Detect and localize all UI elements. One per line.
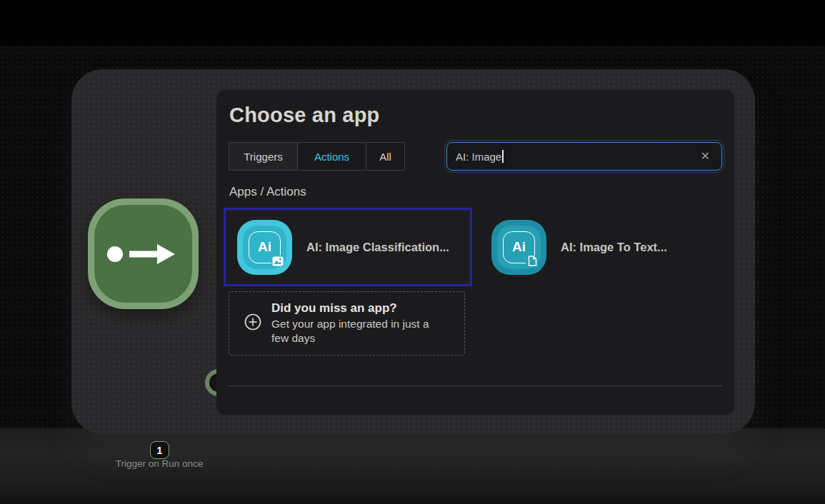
search-input-value: AI: Image xyxy=(456,151,501,163)
choose-app-dialog: Choose an app Triggers Actions All AI: I… xyxy=(216,90,734,415)
missing-app-text: Did you miss an app? Get your app integr… xyxy=(271,301,444,346)
trigger-module-group: 1 Trigger on Run once xyxy=(88,198,199,309)
dialog-title: Choose an app xyxy=(229,104,379,127)
search-input[interactable]: AI: Image ✕ xyxy=(446,142,722,171)
run-once-arrow-icon xyxy=(106,240,181,268)
image-glyph-icon xyxy=(271,256,284,267)
trigger-module-face xyxy=(94,205,192,303)
tab-triggers[interactable]: Triggers xyxy=(229,142,298,171)
trigger-module-node[interactable] xyxy=(88,198,199,309)
app-item-label: AI: Image To Text... xyxy=(561,241,667,254)
dialog-divider xyxy=(229,385,722,386)
missing-app-title: Did you miss an app? xyxy=(271,301,444,316)
search-results: Ai AI: Image Classification... Ai xyxy=(224,208,726,286)
section-label: Apps / Actions xyxy=(229,185,306,199)
ai-image-to-text-icon: Ai xyxy=(491,220,546,275)
top-black-band xyxy=(0,0,825,46)
app-item-ai-image-classification[interactable]: Ai AI: Image Classification... xyxy=(224,208,472,286)
ai-image-classification-icon: Ai xyxy=(237,220,292,275)
tab-all[interactable]: All xyxy=(366,142,405,171)
document-glyph-icon xyxy=(526,256,539,267)
text-cursor xyxy=(502,150,504,163)
plus-circle-icon xyxy=(244,313,261,333)
missing-app-description: Get your app integrated in just a few da… xyxy=(271,317,444,346)
app-item-label: AI: Image Classification... xyxy=(306,241,449,254)
module-number-badge: 1 xyxy=(150,441,169,459)
search-clear-button[interactable]: ✕ xyxy=(698,149,713,163)
tab-actions[interactable]: Actions xyxy=(297,142,366,171)
filter-tabs: Triggers Actions All xyxy=(229,142,405,171)
app-item-ai-image-to-text[interactable]: Ai AI: Image To Text... xyxy=(478,208,726,286)
missing-app-card[interactable]: Did you miss an app? Get your app integr… xyxy=(229,291,465,356)
module-label: Trigger on Run once xyxy=(45,458,274,469)
